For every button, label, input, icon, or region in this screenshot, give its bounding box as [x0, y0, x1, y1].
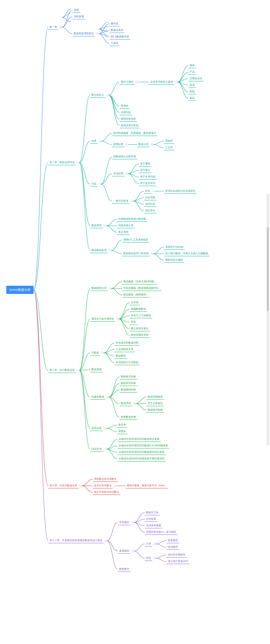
toggle-icon[interactable]	[152, 190, 155, 192]
ch1-title[interactable]: 第一章	[48, 24, 58, 30]
clean-move[interactable]: 转移存储介质	[117, 223, 135, 228]
err-correct[interactable]: 加入修正数据，先修正在插入正确数据	[164, 251, 209, 256]
toggle-icon[interactable]	[126, 172, 128, 175]
clean-fmt[interactable]: 数据格式检验	[146, 408, 164, 413]
rel-nonred[interactable]: 数据非冗余	[145, 510, 160, 515]
ch2-error[interactable]: 错误数据处理	[90, 248, 108, 253]
meta-model[interactable]: 数据模型	[115, 354, 127, 359]
err-reset[interactable]: 重新设定正确值	[164, 258, 184, 263]
toggle-icon[interactable]	[109, 287, 111, 290]
ch13-mart[interactable]: 数据集市	[118, 567, 131, 572]
meta-struct[interactable]: 所有相关的数据结构	[115, 340, 140, 346]
feat-eff[interactable]: 访问具有高效性	[167, 552, 187, 558]
ch13-title[interactable]: 第十三章：关系模型和多维模型数据库设计基础	[48, 538, 104, 543]
flex-monitor[interactable]: 便于监控等等	[139, 181, 156, 186]
ch2-def[interactable]: 数仓的定义	[90, 92, 105, 98]
toggle-icon[interactable]	[114, 485, 116, 487]
etl-format[interactable]: 数据格式转换	[120, 374, 137, 380]
ch3-model[interactable]: 数据模型分层	[90, 286, 108, 291]
toggle-icon[interactable]	[104, 427, 106, 430]
ch2-title[interactable]: 第二章：数据仓库环境	[48, 160, 76, 165]
toggle-icon[interactable]	[104, 224, 106, 227]
meta-map[interactable]: 入仓的映射关系	[115, 347, 135, 352]
model-high[interactable]: 高层建模（实体关系ERD图）	[122, 279, 157, 284]
ch6-title[interactable]: 第六章：分布式数据仓库	[48, 483, 78, 488]
err-choices[interactable]: 数据错误处理三种选择	[122, 251, 150, 256]
norm-split[interactable]: 拆表	[130, 320, 137, 325]
ch3-norm[interactable]: 规范化与反向规范化	[90, 316, 115, 322]
std-org[interactable]: 组织单位	[144, 208, 156, 214]
toggle-icon[interactable]	[101, 352, 104, 354]
toggle-icon[interactable]	[106, 94, 109, 96]
ods-2[interactable]: 从操作作型环境到ODS数据2-3小时间隔更新	[118, 443, 169, 448]
ch3-ods[interactable]: ODS分类	[90, 446, 103, 452]
partition-scatter[interactable]: 把数据独立分散存储	[112, 154, 137, 159]
ods-4[interactable]: 从数据仓库到ODS的更新是不预先规划的	[118, 456, 166, 462]
root-node[interactable]: Inmon数据仓库	[6, 286, 34, 294]
flex-index[interactable]: 便于索引	[139, 168, 151, 173]
ch6-indep[interactable]: 独立开发的分布式数仓	[93, 490, 121, 495]
norm-merge[interactable]: 合并表	[130, 300, 140, 305]
clean-remove[interactable]: 真正清除	[117, 230, 130, 235]
scrollbar-thumb[interactable]	[267, 227, 269, 311]
etl-type[interactable]: 数据类型转换	[120, 381, 137, 386]
toggle-icon[interactable]	[99, 140, 101, 142]
domain-claims[interactable]: 索赔	[188, 89, 196, 94]
toggle-icon[interactable]	[105, 540, 107, 542]
star-dim[interactable]: 维度表	[117, 429, 127, 434]
ch13-dim[interactable]: 多维模型	[118, 548, 131, 554]
ch1-layer-dept[interactable]: 部门/数据集市层	[110, 34, 130, 40]
toggle-icon[interactable]	[151, 252, 153, 255]
branch-ch1[interactable]: 第一章 起源 演化发展 数据和处理的层次 操作层 数	[48, 7, 209, 47]
ch1-evolution[interactable]: 演化发展	[73, 14, 85, 19]
toggle-icon[interactable]	[104, 448, 107, 450]
std-geo[interactable]: 地理位置	[144, 202, 156, 207]
flex-scan[interactable]: 便于全局扫描	[139, 174, 156, 180]
std-biz[interactable]: 业务范围	[144, 195, 156, 200]
dim-snow[interactable]: 雪花模型	[167, 544, 179, 550]
branch-ch13[interactable]: 第十三章：关系模型和多维模型数据库设计基础 关系模型 数据非冗余 灵活性高	[48, 509, 209, 572]
ch3-star[interactable]: 星形连接	[90, 426, 103, 431]
ch1-origin[interactable]: 起源	[73, 8, 80, 13]
toggle-icon[interactable]	[99, 183, 101, 186]
toggle-icon[interactable]	[77, 369, 79, 372]
ch2-def-timevariant[interactable]: 随时间变化的	[120, 116, 137, 122]
ch2-def-integrated[interactable]: 集成的	[120, 104, 130, 109]
toggle-icon[interactable]	[131, 550, 134, 552]
mindmap[interactable]: Inmon数据仓库 第一章 起源 演化发展	[6, 6, 209, 573]
ch1-layers[interactable]: 数据和处理的层次	[73, 31, 95, 36]
ch6-tech-note[interactable]: 逻辑为整体，物理为多节点（hive）	[126, 483, 168, 488]
norm-ref[interactable]: 参照完整性管理	[130, 332, 150, 338]
branch-ch2[interactable]: 第二章：数据仓库环境 数仓的定义 面向主题的	[48, 60, 209, 265]
ch3-cycle[interactable]: 数据周期	[90, 367, 103, 372]
err-update[interactable]: 直接进行Update	[164, 244, 185, 250]
norm-index[interactable]: 建立创造性索引	[130, 326, 150, 331]
norm-array[interactable]: 创建数据数组	[130, 306, 147, 312]
rel-views[interactable]: 支持多种视图	[145, 523, 162, 528]
meta-log[interactable]: 作业的执行日志数据	[115, 360, 140, 365]
ch2-grain-detail[interactable]: 细节程度越高，粒度越低，数据量越大	[112, 131, 157, 136]
star-fact[interactable]: 事实表	[117, 422, 127, 428]
branch-ch6[interactable]: 第六章：分布式数据仓库 局部数仓和全局数仓 技术分布式数仓 逻辑为整体，物理为多…	[48, 476, 209, 496]
mindmap-canvas[interactable]: Inmon数据仓库 第一章 起源 演化发展	[0, 0, 270, 644]
toggle-icon[interactable]	[135, 81, 138, 83]
layer-detail[interactable]: 明细层	[164, 138, 174, 144]
ch6-local[interactable]: 局部数仓和全局数仓	[93, 477, 118, 482]
toggle-icon[interactable]	[133, 402, 135, 405]
clean-cross[interactable]: 交叉记录验证	[146, 401, 164, 406]
ch2-def-decision[interactable]: 提供决策分析的	[120, 123, 140, 128]
norm-redundant[interactable]: 有意引入冗余数据	[130, 313, 152, 318]
ch1-layer-ind[interactable]: 个体层	[110, 41, 120, 46]
ch2-grain[interactable]: 粒度	[90, 138, 98, 144]
dim-star[interactable]: 星形模型	[167, 538, 179, 543]
feat-direct[interactable]: 适合用户直接访问	[167, 559, 189, 564]
domain-customer[interactable]: 顾客	[188, 63, 196, 68]
branch-ch3[interactable]: 第三章：设计数据仓库 数据模型分层 高层建模（实体关系ERD图） 中间层建模（数…	[48, 278, 209, 463]
model-mid[interactable]: 中间层建模（数据项集成或DIS）	[122, 286, 161, 291]
flex-rebuild[interactable]: 便于重构	[139, 161, 151, 166]
clean-range[interactable]: 取值范围检查	[146, 394, 164, 400]
layer-summary[interactable]: 汇总层	[164, 145, 174, 150]
rel-change[interactable]: 适度的变化能力，多功能性	[145, 530, 177, 535]
etl-dep[interactable]: 检查数据依赖	[120, 414, 137, 420]
toggle-icon[interactable]	[106, 396, 109, 398]
